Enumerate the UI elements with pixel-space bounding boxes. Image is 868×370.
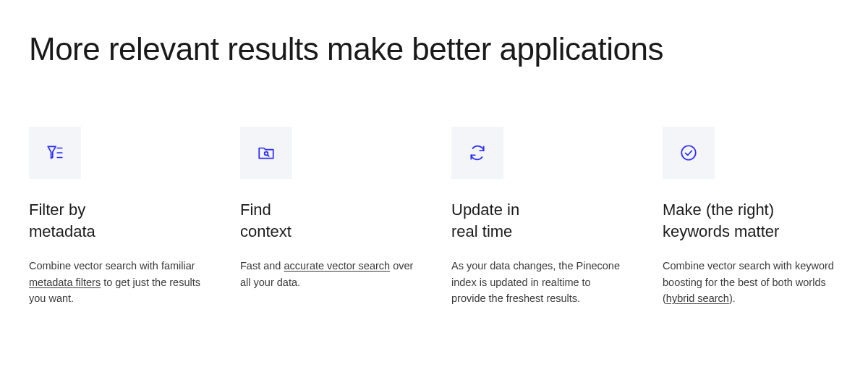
inline-link[interactable]: accurate vector search — [284, 260, 390, 272]
feature-keywords-matter: Make (the right) keywords matter Combine… — [663, 127, 839, 307]
feature-description: Combine vector search with familiar meta… — [29, 258, 205, 306]
feature-title: Update in real time — [451, 199, 628, 242]
inline-link[interactable]: metadata filters — [29, 277, 101, 288]
svg-line-4 — [268, 155, 269, 156]
feature-title: Find context — [240, 199, 417, 242]
inline-link[interactable]: hybrid search — [666, 293, 729, 304]
feature-description: As your data changes, the Pinecone index… — [451, 258, 628, 306]
refresh-icon — [451, 127, 503, 179]
feature-update-realtime: Update in real time As your data changes… — [451, 127, 628, 307]
filter-icon — [29, 127, 81, 179]
features-row: Filter by metadata Combine vector search… — [29, 127, 839, 307]
check-circle-icon — [663, 127, 715, 179]
feature-title: Filter by metadata — [29, 199, 205, 242]
folder-search-icon — [240, 127, 292, 179]
feature-description: Fast and accurate vector search over all… — [240, 258, 417, 290]
feature-filter-metadata: Filter by metadata Combine vector search… — [29, 127, 205, 307]
feature-title: Make (the right) keywords matter — [663, 199, 839, 242]
feature-description: Combine vector search with keyword boost… — [663, 258, 839, 306]
feature-find-context: Find context Fast and accurate vector se… — [240, 127, 417, 307]
section-heading: More relevant results make better applic… — [29, 29, 839, 69]
svg-point-5 — [681, 146, 696, 160]
